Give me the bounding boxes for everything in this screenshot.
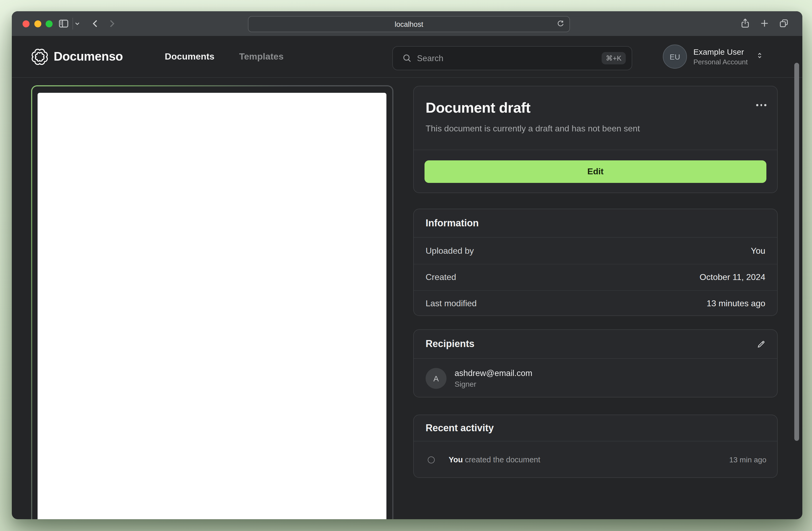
- recipients-card-title: Recipients: [425, 338, 475, 350]
- forward-button[interactable]: [106, 18, 117, 29]
- search-shortcut-badge: ⌘+K: [601, 52, 626, 64]
- address-bar[interactable]: localhost: [248, 16, 570, 32]
- draft-card-subtitle: This document is currently a draft and h…: [425, 124, 765, 134]
- draft-card-title: Document draft: [425, 100, 765, 116]
- reload-icon[interactable]: [556, 19, 565, 31]
- more-options-button[interactable]: [754, 102, 769, 108]
- url-text: localhost: [395, 20, 423, 28]
- info-value: October 11, 2024: [699, 272, 765, 282]
- toolbar-divider: [72, 18, 73, 29]
- information-card-title: Information: [425, 218, 479, 229]
- main-nav: Documents Templates: [165, 36, 284, 77]
- recipient-text: ashdrew@email.com Signer: [454, 368, 532, 388]
- back-button[interactable]: [90, 18, 101, 29]
- chevron-down-icon[interactable]: [74, 20, 81, 27]
- info-label: Created: [425, 272, 456, 282]
- recipient-role: Signer: [454, 380, 532, 388]
- table-row: Uploaded by You: [414, 238, 777, 264]
- account-type: Personal Account: [693, 58, 748, 66]
- info-label: Uploaded by: [425, 246, 474, 255]
- recent-activity-card: Recent activity You created the document…: [413, 415, 778, 478]
- document-draft-card: Document draft This document is currentl…: [413, 86, 778, 193]
- scrollbar-thumb[interactable]: [794, 63, 799, 441]
- activity-action: created the document: [465, 455, 540, 464]
- share-icon[interactable]: [740, 17, 751, 29]
- info-value: You: [751, 246, 765, 255]
- edit-button[interactable]: Edit: [424, 160, 766, 183]
- new-tab-icon[interactable]: [759, 17, 770, 29]
- activity-text: You created the document: [449, 455, 729, 464]
- activity-actor: You: [449, 455, 463, 464]
- brand[interactable]: Documenso: [32, 36, 123, 77]
- recipients-card: Recipients A ashdrew@email.com Signer: [413, 329, 778, 397]
- nav-item-templates[interactable]: Templates: [239, 51, 284, 62]
- info-label: Last modified: [425, 299, 477, 308]
- close-window-button[interactable]: [23, 20, 30, 27]
- chevrons-up-down-icon: [755, 51, 764, 62]
- sidebar-toggle-icon[interactable]: [57, 18, 70, 29]
- edit-recipients-icon[interactable]: [755, 338, 767, 350]
- table-row: Last modified 13 minutes ago: [414, 290, 777, 316]
- draft-card-footer: Edit: [414, 150, 777, 193]
- brand-name: Documenso: [54, 49, 123, 64]
- search-placeholder: Search: [417, 53, 601, 63]
- draft-card-header: Document draft This document is currentl…: [414, 86, 777, 134]
- list-item: You created the document 13 min ago: [414, 441, 777, 478]
- zoom-window-button[interactable]: [46, 20, 53, 27]
- search-input[interactable]: Search ⌘+K: [392, 46, 632, 70]
- information-card: Information Uploaded by You Created Octo…: [413, 209, 778, 316]
- table-row: Created October 11, 2024: [414, 264, 777, 290]
- activity-card-header: Recent activity: [414, 415, 777, 441]
- account-name: Example User: [693, 47, 748, 57]
- browser-toolbar: localhost: [12, 11, 802, 36]
- minimize-window-button[interactable]: [34, 20, 41, 27]
- activity-card-title: Recent activity: [425, 423, 494, 434]
- recipient-avatar: A: [425, 368, 447, 388]
- avatar: EU: [663, 45, 687, 69]
- document-preview-frame: [31, 85, 393, 519]
- info-value: 13 minutes ago: [707, 299, 765, 308]
- recipients-card-header: Recipients: [414, 330, 777, 359]
- app-header: Documenso Documents Templates Search ⌘+K…: [12, 36, 802, 78]
- information-card-header: Information: [414, 209, 777, 238]
- documenso-logo-icon: [32, 48, 48, 65]
- recipient-email: ashdrew@email.com: [454, 368, 532, 379]
- tab-overview-icon[interactable]: [778, 17, 789, 29]
- browser-window: localhost: [12, 11, 802, 519]
- activity-timestamp: 13 min ago: [729, 455, 766, 464]
- desktop: localhost: [0, 0, 812, 531]
- nav-item-documents[interactable]: Documents: [165, 51, 214, 62]
- account-menu[interactable]: EU Example User Personal Account: [663, 36, 764, 77]
- document-page[interactable]: [38, 93, 387, 519]
- list-item: A ashdrew@email.com Signer: [414, 359, 777, 397]
- account-text: Example User Personal Account: [693, 47, 748, 66]
- search-icon: [402, 53, 412, 63]
- activity-status-icon: [428, 456, 435, 463]
